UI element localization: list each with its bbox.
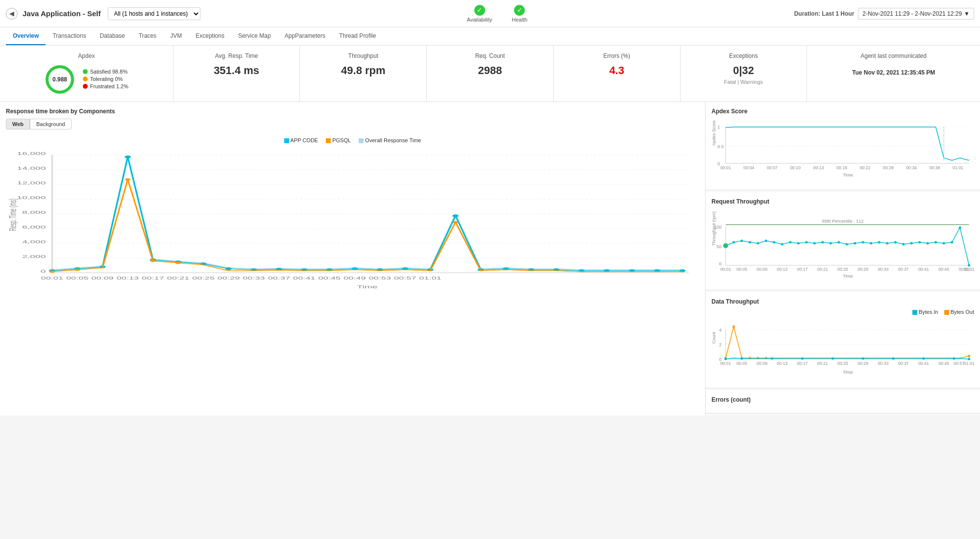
svg-point-108 <box>757 242 759 245</box>
svg-text:Time: Time <box>357 284 377 289</box>
agent-metric: Agent last communicated Tue Nov 02, 2021… <box>807 46 980 102</box>
svg-text:00:41: 00:41 <box>918 267 929 272</box>
toggle-web[interactable]: Web <box>6 119 30 129</box>
svg-point-132 <box>951 241 953 244</box>
svg-text:Time: Time <box>843 274 853 279</box>
svg-point-114 <box>805 241 808 244</box>
throughput-metric: Throughput 49.8 rpm <box>300 46 427 102</box>
tab-overview[interactable]: Overview <box>6 27 46 45</box>
health-status: ✓ Health <box>512 5 528 23</box>
svg-text:00:37: 00:37 <box>898 361 909 366</box>
svg-point-165 <box>724 358 727 360</box>
svg-text:0.988: 0.988 <box>52 76 67 83</box>
errors-metric: Errors (%) 4.3 <box>554 46 681 102</box>
svg-text:50: 50 <box>716 244 721 249</box>
svg-point-105 <box>733 241 735 244</box>
duration-range-picker[interactable]: 2-Nov-2021 11:29 - 2-Nov-2021 12:29 ▼ <box>858 8 974 20</box>
svg-text:00:13: 00:13 <box>813 165 824 170</box>
svg-text:00:04: 00:04 <box>743 165 754 170</box>
svg-text:00:34: 00:34 <box>906 165 917 170</box>
data-throughput-legend: Bytes In Bytes Out <box>711 309 974 315</box>
duration-section: Duration: Last 1 Hour 2-Nov-2021 11:29 -… <box>794 8 974 20</box>
svg-point-119 <box>846 243 848 246</box>
svg-point-159 <box>733 326 735 328</box>
tab-database[interactable]: Database <box>93 27 132 45</box>
svg-text:00:49: 00:49 <box>343 276 366 281</box>
left-panel-title: Response time broken by Components <box>6 108 699 115</box>
svg-point-117 <box>830 242 832 245</box>
svg-text:00:25: 00:25 <box>837 361 848 366</box>
svg-text:00:45: 00:45 <box>938 361 949 366</box>
svg-text:00:33: 00:33 <box>878 361 889 366</box>
svg-point-169 <box>832 358 834 360</box>
tab-jvm[interactable]: JVM <box>163 27 189 45</box>
svg-text:00:01: 00:01 <box>41 276 64 281</box>
tab-appparameters[interactable]: AppParameters <box>278 27 332 45</box>
tab-service-map[interactable]: Service Map <box>231 27 278 45</box>
svg-point-109 <box>765 240 767 242</box>
svg-text:14,000: 14,000 <box>17 166 46 171</box>
apdex-metric: Apdex 0.988 Satisfied 98.8% Tolerating 0… <box>0 46 173 102</box>
svg-text:1: 1 <box>717 125 720 129</box>
apdex-title: Apdex <box>5 52 168 59</box>
tab-exceptions[interactable]: Exceptions <box>189 27 231 45</box>
svg-text:00:01: 00:01 <box>720 165 731 170</box>
app-title: Java Application - Self <box>23 9 101 18</box>
svg-text:00:13: 00:13 <box>117 276 139 281</box>
svg-point-172 <box>922 358 925 360</box>
svg-text:00:29: 00:29 <box>218 276 240 281</box>
svg-text:00:05: 00:05 <box>736 267 747 272</box>
legend-app-code-label: APP CODE <box>291 137 318 143</box>
toggle-background[interactable]: Background <box>30 119 72 129</box>
data-throughput-title: Data Throughput <box>711 298 974 305</box>
svg-text:Time: Time <box>843 173 853 178</box>
svg-point-130 <box>934 241 937 244</box>
svg-point-113 <box>797 242 800 245</box>
svg-point-171 <box>892 358 895 360</box>
svg-text:00:38: 00:38 <box>930 165 940 170</box>
response-time-chart: 16,000 14,000 12,000 10,000 8,000 6,000 … <box>6 146 699 314</box>
svg-text:10,000: 10,000 <box>17 195 46 200</box>
avg-resp-time-metric: Avg. Resp. Time 351.4 ms <box>173 46 300 102</box>
svg-point-120 <box>854 242 856 245</box>
legend-overall-label: Overall Response Time <box>365 137 421 143</box>
svg-text:00:13: 00:13 <box>777 361 787 366</box>
apdex-score-section: Apdex Score 1 0.5 0 Apdex Score 00:01 00… <box>706 102 980 190</box>
tab-traces[interactable]: Traces <box>132 27 163 45</box>
instance-select[interactable]: All (1 hosts and 1 instances) <box>108 7 200 20</box>
svg-text:00:53: 00:53 <box>368 276 391 281</box>
svg-point-115 <box>813 242 816 245</box>
svg-text:0: 0 <box>719 261 721 266</box>
svg-text:00:22: 00:22 <box>859 165 870 170</box>
svg-text:12,000: 12,000 <box>17 180 46 185</box>
svg-point-133 <box>959 227 961 229</box>
svg-point-52 <box>150 260 156 262</box>
svg-point-164 <box>968 355 970 358</box>
toggle-group: Web Background <box>6 119 699 129</box>
svg-text:2,000: 2,000 <box>22 254 46 259</box>
svg-text:00:25: 00:25 <box>192 276 215 281</box>
request-throughput-title: Request Throughput <box>711 198 974 205</box>
svg-text:00:13: 00:13 <box>777 267 787 272</box>
svg-text:00:21: 00:21 <box>167 276 190 281</box>
apdex-content: 0.988 Satisfied 98.8% Tolerating 0% Frus… <box>5 64 168 95</box>
svg-point-121 <box>862 241 864 244</box>
svg-point-49 <box>49 271 55 273</box>
errors-count-section: Errors (count) <box>706 390 980 413</box>
svg-text:00:21: 00:21 <box>817 361 828 366</box>
header: ◀ Java Application - Self All (1 hosts a… <box>0 0 980 27</box>
svg-point-166 <box>740 358 743 360</box>
svg-text:00:05: 00:05 <box>736 361 747 366</box>
svg-point-118 <box>837 241 840 244</box>
svg-text:00:29: 00:29 <box>858 267 868 272</box>
svg-point-168 <box>801 358 804 360</box>
svg-text:00:01: 00:01 <box>720 361 731 366</box>
tab-transactions[interactable]: Transactions <box>46 27 93 45</box>
svg-text:00:17: 00:17 <box>142 276 164 281</box>
metrics-row: Apdex 0.988 Satisfied 98.8% Tolerating 0… <box>0 46 980 102</box>
svg-text:00:10: 00:10 <box>790 165 801 170</box>
svg-point-173 <box>953 358 955 360</box>
back-button[interactable]: ◀ <box>6 8 18 20</box>
svg-point-122 <box>870 242 872 245</box>
tab-thread-profile[interactable]: Thread Profile <box>332 27 383 45</box>
